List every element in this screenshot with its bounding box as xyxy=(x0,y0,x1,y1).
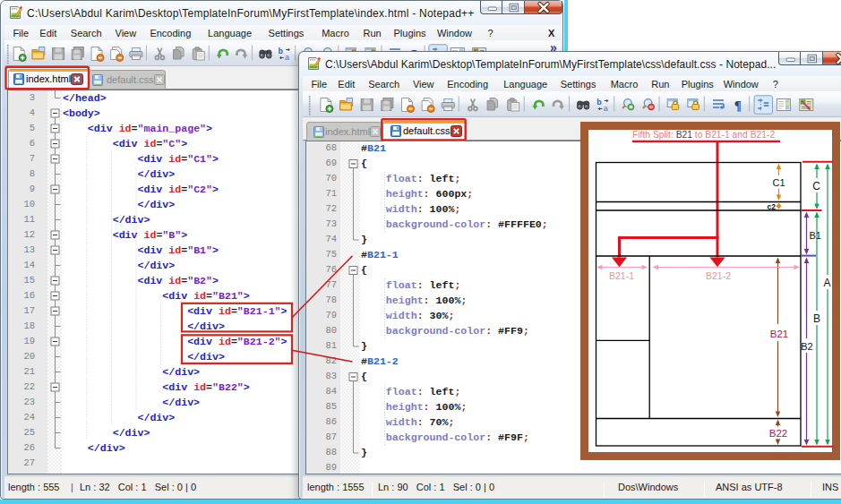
svg-text:b: b xyxy=(596,98,602,107)
svg-text:¶: ¶ xyxy=(734,98,742,113)
svg-text:a: a xyxy=(604,104,609,113)
svg-text:a: a xyxy=(285,53,290,62)
svg-text:b: b xyxy=(279,47,284,56)
